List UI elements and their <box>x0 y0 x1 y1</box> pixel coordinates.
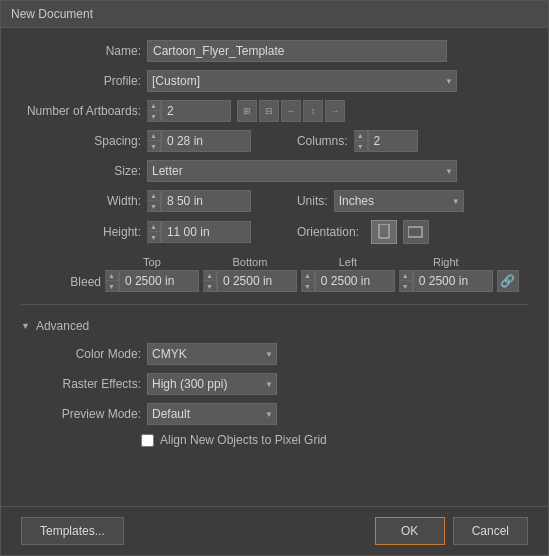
advanced-section: Color Mode: CMYK RGB Raster Effects: Hig… <box>41 343 528 447</box>
bleed-top-spin-btns: ▲ ▼ <box>105 270 119 292</box>
dialog-title: New Document <box>11 7 93 21</box>
svg-rect-1 <box>408 227 422 237</box>
height-spin-btns: ▲ ▼ <box>147 221 161 243</box>
artboards-spin-btns: ▲ ▼ <box>147 100 161 122</box>
profile-label: Profile: <box>21 74 141 88</box>
size-label: Size: <box>21 164 141 178</box>
bleed-top-col: Top ▲ ▼ <box>105 256 199 292</box>
cancel-button[interactable]: Cancel <box>453 517 528 545</box>
bleed-left-col: Left ▲ ▼ <box>301 256 395 292</box>
footer-right: OK Cancel <box>375 517 528 545</box>
height-spin-down[interactable]: ▼ <box>147 232 160 242</box>
raster-effects-select-wrapper: High (300 ppi) Medium (150 ppi) Screen (… <box>147 373 277 395</box>
preview-mode-select-wrapper: Default Pixel Overprint <box>147 403 277 425</box>
bleed-right-input[interactable] <box>413 270 493 292</box>
artboards-spin-up[interactable]: ▲ <box>147 101 160 111</box>
columns-label: Columns: <box>297 134 348 148</box>
units-select[interactable]: Inches <box>334 190 464 212</box>
portrait-button[interactable] <box>371 220 397 244</box>
color-mode-label: Color Mode: <box>41 347 141 361</box>
width-label: Width: <box>21 194 141 208</box>
artboard-row-icon[interactable]: ↔ <box>281 100 301 122</box>
size-row: Size: Letter <box>21 160 528 182</box>
bleed-bottom-spin-down[interactable]: ▼ <box>203 281 216 291</box>
units-label: Units: <box>297 194 328 208</box>
bleed-bottom-label: Bottom <box>232 256 267 268</box>
bleed-left-input[interactable] <box>315 270 395 292</box>
height-input[interactable] <box>161 221 251 243</box>
bleed-bottom-input[interactable] <box>217 270 297 292</box>
artboard-arrange-icon[interactable]: ↕ <box>303 100 323 122</box>
artboards-row: Number of Artboards: ▲ ▼ ⊞ ⊟ ↔ ↕ → <box>21 100 528 122</box>
footer-left: Templates... <box>21 517 124 545</box>
units-select-wrapper: Inches <box>334 190 464 212</box>
bleed-top-spinner: ▲ ▼ <box>105 270 199 292</box>
bleed-top-spin-down[interactable]: ▼ <box>105 281 118 291</box>
artboards-spinner: ▲ ▼ <box>147 100 231 122</box>
spacing-input[interactable] <box>161 130 251 152</box>
bleed-bottom-spin-up[interactable]: ▲ <box>203 271 216 281</box>
bleed-left-spin-btns: ▲ ▼ <box>301 270 315 292</box>
bleed-bottom-spinner: ▲ ▼ <box>203 270 297 292</box>
columns-spin-down[interactable]: ▼ <box>354 141 367 151</box>
height-spin-up[interactable]: ▲ <box>147 222 160 232</box>
pixel-grid-checkbox[interactable] <box>141 434 154 447</box>
preview-mode-row: Preview Mode: Default Pixel Overprint <box>41 403 528 425</box>
columns-spin-btns: ▲ ▼ <box>354 130 368 152</box>
bleed-bottom-spin-btns: ▲ ▼ <box>203 270 217 292</box>
dialog-body: Name: Profile: [Custom] Number of Artboa… <box>1 28 548 506</box>
artboards-label: Number of Artboards: <box>21 104 141 118</box>
spacing-spin-up[interactable]: ▲ <box>147 131 160 141</box>
name-row: Name: <box>21 40 528 62</box>
advanced-toggle[interactable]: ▼ Advanced <box>21 317 528 335</box>
artboards-input[interactable] <box>161 100 231 122</box>
bleed-bottom-col: Bottom ▲ ▼ <box>203 256 297 292</box>
bleed-top-input[interactable] <box>119 270 199 292</box>
bleed-top-label: Top <box>143 256 161 268</box>
bleed-link-button[interactable]: 🔗 <box>497 270 519 292</box>
raster-effects-row: Raster Effects: High (300 ppi) Medium (1… <box>41 373 528 395</box>
spacing-spin-btns: ▲ ▼ <box>147 130 161 152</box>
bleed-top-spin-up[interactable]: ▲ <box>105 271 118 281</box>
columns-spin-up[interactable]: ▲ <box>354 131 367 141</box>
pixel-grid-row: Align New Objects to Pixel Grid <box>141 433 528 447</box>
dialog-footer: Templates... OK Cancel <box>1 506 548 555</box>
color-mode-row: Color Mode: CMYK RGB <box>41 343 528 365</box>
bleed-right-spin-up[interactable]: ▲ <box>399 271 412 281</box>
name-label: Name: <box>21 44 141 58</box>
landscape-button[interactable] <box>403 220 429 244</box>
divider <box>21 304 528 305</box>
preview-mode-select[interactable]: Default Pixel Overprint <box>147 403 277 425</box>
artboard-layout-icons: ⊞ ⊟ ↔ ↕ → <box>237 100 345 122</box>
new-document-dialog: New Document Name: Profile: [Custom] Num… <box>0 0 549 556</box>
bleed-section: Bleed Top ▲ ▼ Bottom ▲ ▼ <box>51 252 528 292</box>
bleed-label: Bleed <box>51 275 101 289</box>
width-spin-up[interactable]: ▲ <box>147 191 160 201</box>
height-orientation-row: Height: ▲ ▼ Orientation: <box>21 220 528 244</box>
columns-input[interactable] <box>368 130 418 152</box>
svg-rect-0 <box>379 224 389 238</box>
width-input[interactable] <box>161 190 251 212</box>
height-label: Height: <box>21 225 141 239</box>
raster-effects-label: Raster Effects: <box>41 377 141 391</box>
color-mode-select-wrapper: CMYK RGB <box>147 343 277 365</box>
name-input[interactable] <box>147 40 447 62</box>
artboard-grid-icon[interactable]: ⊞ <box>237 100 257 122</box>
bleed-right-spin-down[interactable]: ▼ <box>399 281 412 291</box>
artboards-spin-down[interactable]: ▼ <box>147 111 160 121</box>
bleed-right-col: Right ▲ ▼ <box>399 256 493 292</box>
artboard-col-icon[interactable]: ⊟ <box>259 100 279 122</box>
bleed-left-spin-up[interactable]: ▲ <box>301 271 314 281</box>
profile-row: Profile: [Custom] <box>21 70 528 92</box>
width-spin-down[interactable]: ▼ <box>147 201 160 211</box>
artboard-arrow-icon[interactable]: → <box>325 100 345 122</box>
ok-button[interactable]: OK <box>375 517 445 545</box>
spacing-spin-down[interactable]: ▼ <box>147 141 160 151</box>
raster-effects-select[interactable]: High (300 ppi) Medium (150 ppi) Screen (… <box>147 373 277 395</box>
templates-button[interactable]: Templates... <box>21 517 124 545</box>
spacing-columns-row: Spacing: ▲ ▼ Columns: ▲ ▼ <box>21 130 528 152</box>
bleed-left-spin-down[interactable]: ▼ <box>301 281 314 291</box>
profile-select[interactable]: [Custom] <box>147 70 457 92</box>
color-mode-select[interactable]: CMYK RGB <box>147 343 277 365</box>
size-select[interactable]: Letter <box>147 160 457 182</box>
